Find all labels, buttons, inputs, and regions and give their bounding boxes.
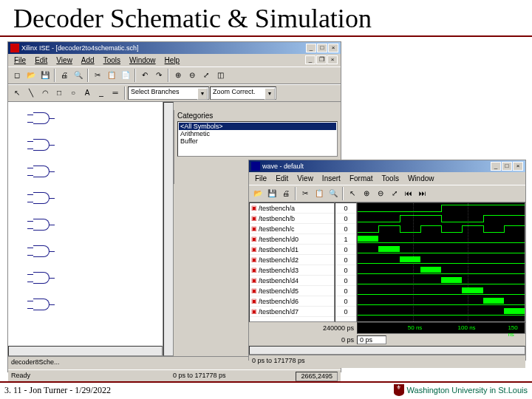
and-gate[interactable]: [33, 299, 50, 310]
menu-window[interactable]: Window: [126, 55, 159, 65]
mdi-minimize[interactable]: _: [305, 55, 316, 64]
zoom-out-icon[interactable]: ⊖: [374, 187, 387, 200]
cursor-icon[interactable]: ↖: [346, 187, 359, 200]
zoom-out-icon[interactable]: ⊖: [185, 69, 199, 82]
copy-icon[interactable]: 📋: [105, 69, 118, 82]
expand-icon[interactable]: ▣: [251, 215, 257, 222]
cut-icon[interactable]: ✂: [91, 69, 104, 82]
find-icon[interactable]: 🔍: [327, 187, 340, 200]
expand-icon[interactable]: ▣: [251, 267, 257, 273]
open-icon[interactable]: 📂: [251, 187, 265, 200]
signal-row[interactable]: ▣/testbench/c: [250, 224, 334, 234]
minimize-button[interactable]: _: [306, 44, 316, 52]
zoom-fit-icon[interactable]: ⤢: [200, 69, 213, 82]
and-gate[interactable]: [33, 112, 50, 124]
close-button[interactable]: ×: [328, 44, 338, 52]
prev-edge-icon[interactable]: ⏮: [402, 187, 415, 200]
menu-edit[interactable]: Edit: [273, 174, 291, 183]
signal-row[interactable]: ▣/testbench/d3: [250, 265, 334, 276]
print-icon[interactable]: 🖨: [279, 187, 293, 200]
waveform-area[interactable]: [357, 202, 525, 322]
categories-listbox[interactable]: <All Symbols> Arithmetic Buffer: [177, 121, 338, 157]
category-item[interactable]: <All Symbols>: [179, 123, 336, 130]
expand-icon[interactable]: ▣: [251, 236, 257, 242]
redo-icon[interactable]: ↷: [152, 69, 166, 82]
and-gate[interactable]: [33, 166, 50, 177]
mdi-restore[interactable]: ❐: [316, 55, 327, 64]
rect-icon[interactable]: □: [52, 86, 66, 100]
signal-row[interactable]: ▣/testbench/d0: [250, 234, 334, 245]
zoom-in-icon[interactable]: ⊕: [171, 69, 185, 82]
schematic-canvas[interactable]: [8, 102, 163, 346]
save-icon[interactable]: 💾: [38, 69, 52, 82]
print-icon[interactable]: 🖨: [58, 69, 71, 82]
sch-tab[interactable]: decoder8Sche...: [11, 358, 60, 366]
v-scrollbar[interactable]: [163, 102, 174, 356]
expand-icon[interactable]: ▣: [251, 225, 257, 232]
signal-row[interactable]: ▣/testbench/d2: [250, 255, 334, 265]
net-icon[interactable]: ⎯: [95, 86, 108, 100]
cut-icon[interactable]: ✂: [299, 187, 312, 200]
next-edge-icon[interactable]: ⏭: [416, 187, 429, 200]
menu-add[interactable]: Add: [78, 55, 98, 65]
expand-icon[interactable]: ▣: [251, 277, 257, 284]
menu-edit[interactable]: Edit: [32, 55, 50, 65]
save-icon[interactable]: 💾: [265, 187, 279, 200]
menu-insert[interactable]: Insert: [319, 174, 344, 183]
signal-list[interactable]: ▣/testbench/a▣/testbench/b▣/testbench/c▣…: [249, 202, 335, 322]
category-item[interactable]: Buffer: [179, 137, 336, 145]
new-icon[interactable]: ◻: [10, 69, 24, 82]
minimize-button[interactable]: _: [491, 162, 501, 171]
menu-view[interactable]: View: [294, 174, 316, 183]
and-gate[interactable]: [33, 245, 50, 257]
wire-icon[interactable]: ╲: [24, 86, 38, 100]
zoom-area-icon[interactable]: ◫: [214, 69, 227, 82]
category-item[interactable]: Arithmetic: [179, 130, 336, 137]
expand-icon[interactable]: ▣: [251, 298, 257, 304]
maximize-button[interactable]: □: [317, 44, 327, 52]
and-gate[interactable]: [33, 272, 50, 284]
open-icon[interactable]: 📂: [24, 69, 38, 82]
signal-row[interactable]: ▣/testbench/d5: [250, 286, 334, 296]
branch-combo[interactable]: Select Branches: [128, 86, 209, 100]
h-scrollbar[interactable]: [8, 346, 163, 356]
signal-row[interactable]: ▣/testbench/d4: [250, 276, 334, 286]
and-gate[interactable]: [33, 139, 50, 151]
signal-row[interactable]: ▣/testbench/a: [250, 203, 334, 214]
copy-icon[interactable]: 📋: [313, 187, 326, 200]
text-icon[interactable]: A: [81, 86, 94, 100]
expand-icon[interactable]: ▣: [251, 256, 257, 263]
time-ruler[interactable]: 50 ns 100 ns 150 ns: [357, 322, 525, 334]
menu-window[interactable]: Window: [405, 174, 437, 183]
mdi-close[interactable]: ×: [327, 55, 338, 64]
expand-icon[interactable]: ▣: [251, 246, 257, 253]
signal-row[interactable]: ▣/testbench/d1: [250, 245, 334, 255]
expand-icon[interactable]: ▣: [251, 308, 257, 315]
zoom-in-icon[interactable]: ⊕: [360, 187, 373, 200]
close-button[interactable]: ×: [513, 162, 523, 171]
and-gate[interactable]: [33, 192, 50, 204]
cursor-field[interactable]: 0 ps: [357, 335, 386, 344]
zoom-combo[interactable]: Zoom Correct.: [210, 86, 276, 100]
undo-icon[interactable]: ↶: [138, 69, 151, 82]
menu-tools[interactable]: Tools: [100, 55, 123, 65]
signal-row[interactable]: ▣/testbench/b: [250, 214, 334, 224]
maximize-button[interactable]: □: [502, 162, 512, 171]
menu-file[interactable]: File: [11, 55, 29, 65]
menu-file[interactable]: File: [252, 174, 270, 183]
and-gate[interactable]: [33, 219, 50, 231]
sch-titlebar[interactable]: Xilinx ISE - [decoder2to4schematic.sch] …: [8, 42, 341, 54]
wave-h-scrollbar[interactable]: [249, 346, 525, 355]
menu-tools[interactable]: Tools: [379, 174, 402, 183]
preview-icon[interactable]: 🔍: [72, 69, 85, 82]
wave-titlebar[interactable]: wave - default _ □ ×: [249, 160, 525, 172]
arc-icon[interactable]: ◠: [38, 86, 52, 100]
bus-icon[interactable]: ═: [109, 86, 122, 100]
expand-icon[interactable]: ▣: [251, 287, 257, 294]
circle-icon[interactable]: ○: [66, 86, 80, 100]
menu-format[interactable]: Format: [347, 174, 376, 183]
pointer-icon[interactable]: ↖: [10, 86, 24, 100]
menu-help[interactable]: Help: [162, 55, 183, 65]
paste-icon[interactable]: 📄: [119, 69, 132, 82]
signal-row[interactable]: ▣/testbench/d6: [250, 296, 334, 307]
